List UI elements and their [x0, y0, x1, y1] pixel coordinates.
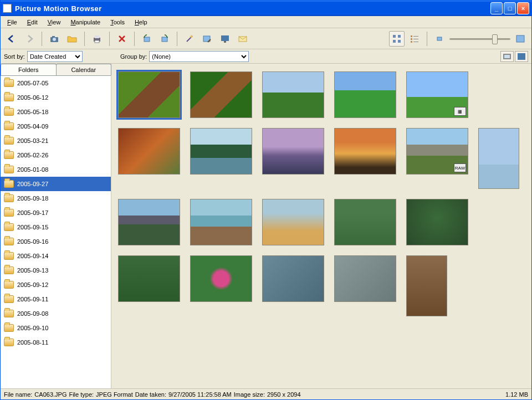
folder-row[interactable]: 2005-09-17	[1, 206, 111, 220]
thumbnail[interactable]	[118, 255, 180, 302]
folder-icon	[4, 166, 14, 173]
status-datetaken-label: Date taken:	[135, 391, 166, 398]
folder-row[interactable]: 2005-07-05	[1, 76, 111, 90]
thumbnail[interactable]	[478, 128, 519, 189]
thumbnail[interactable]	[190, 71, 252, 118]
folder-row[interactable]: 2005-05-18	[1, 105, 111, 119]
folder-label: 2005-01-08	[17, 166, 48, 173]
thumbnail[interactable]	[406, 255, 447, 316]
menu-view[interactable]: View	[43, 18, 65, 27]
slideshow-button[interactable]	[217, 31, 233, 47]
back-button[interactable]	[4, 31, 19, 47]
folder-row[interactable]: 2005-09-13	[1, 263, 111, 278]
folder-icon	[4, 238, 14, 245]
svg-rect-9	[221, 35, 229, 41]
statusbar: File name: CA063.JPG File type: JPEG For…	[1, 388, 531, 399]
thumbnails-scroll[interactable]: ▦RAW	[111, 64, 531, 388]
thumbnail[interactable]	[118, 128, 180, 175]
folder-row[interactable]: 2005-09-18	[1, 191, 111, 206]
camera-icon	[49, 33, 60, 44]
menu-file[interactable]: File	[3, 18, 22, 27]
thumbnail[interactable]	[334, 128, 396, 175]
folder-row[interactable]: 2005-01-08	[1, 162, 111, 177]
thumbnail[interactable]	[406, 199, 468, 245]
list-icon	[409, 33, 420, 44]
folder-row[interactable]: 2005-09-14	[1, 249, 111, 263]
tab-calendar[interactable]: Calendar	[56, 64, 112, 75]
thumbnail[interactable]	[118, 199, 180, 245]
folder-row[interactable]: 2005-03-21	[1, 134, 111, 148]
filmstrip-view-button[interactable]	[500, 51, 514, 62]
zoom-large-button[interactable]	[513, 31, 528, 47]
folder-row[interactable]: 2005-09-27	[1, 177, 111, 191]
folder-label: 2005-09-08	[17, 310, 48, 317]
rotate-right-button[interactable]	[157, 31, 172, 47]
tab-folders[interactable]: Folders	[1, 64, 57, 75]
folder-row[interactable]: 2005-09-10	[1, 321, 111, 335]
thumbnail[interactable]	[118, 71, 180, 118]
details-view-button[interactable]	[407, 31, 422, 47]
folder-icon	[4, 295, 14, 303]
folder-list[interactable]: 2005-07-052005-06-122005-05-182005-04-09…	[1, 76, 111, 388]
folder-row[interactable]: 2005-09-12	[1, 278, 111, 292]
menu-help[interactable]: Help	[130, 18, 152, 27]
thumbnail[interactable]	[190, 199, 252, 245]
open-folder-button[interactable]	[64, 31, 80, 47]
thumbnail[interactable]: ▦	[406, 71, 468, 118]
minimize-button[interactable]: _	[490, 2, 503, 14]
import-camera-button[interactable]	[47, 31, 62, 47]
body: Folders Calendar 2005-07-052005-06-12200…	[1, 64, 531, 388]
zoom-small-button[interactable]	[432, 31, 447, 47]
email-button[interactable]	[235, 31, 250, 47]
thumbnail[interactable]	[262, 128, 324, 175]
edit-button[interactable]	[200, 31, 215, 47]
rotate-left-button[interactable]	[139, 31, 155, 47]
sort-select[interactable]: Date Created	[27, 51, 83, 62]
folder-row[interactable]: 2005-08-11	[1, 335, 111, 350]
folder-row[interactable]: 2005-09-11	[1, 292, 111, 306]
menu-edit[interactable]: Edit	[23, 18, 42, 27]
auto-correct-button[interactable]	[182, 31, 197, 47]
slider-thumb[interactable]	[492, 34, 498, 44]
menu-tools[interactable]: Tools	[106, 18, 129, 27]
sort-label: Sort by:	[4, 53, 25, 60]
folder-icon	[4, 339, 14, 346]
forward-button[interactable]	[22, 31, 37, 47]
folder-row[interactable]: 2005-02-26	[1, 148, 111, 162]
folder-row[interactable]: 2005-09-08	[1, 306, 111, 321]
folder-label: 2005-09-14	[17, 253, 48, 259]
printer-icon	[91, 33, 103, 44]
thumbnail[interactable]	[334, 71, 396, 118]
folder-label: 2005-03-21	[17, 137, 48, 144]
toolbar-separator	[177, 32, 177, 46]
group-select[interactable]: (None)	[149, 51, 249, 62]
thumbnail[interactable]	[190, 255, 252, 302]
thumbnail[interactable]	[190, 128, 252, 175]
thumbnail[interactable]	[334, 255, 396, 302]
picture-edit-icon	[202, 33, 213, 44]
filmstrip-icon	[503, 53, 511, 60]
maximize-button[interactable]: □	[504, 2, 516, 14]
window-title: Picture Motion Browser	[15, 4, 490, 13]
thumbnail[interactable]	[262, 71, 324, 118]
print-button[interactable]	[89, 31, 105, 47]
svg-rect-4	[95, 35, 99, 38]
folder-row[interactable]: 2005-09-16	[1, 234, 111, 249]
thumbnail[interactable]	[334, 199, 396, 245]
single-view-button[interactable]	[515, 51, 528, 62]
close-button[interactable]: ×	[517, 2, 529, 14]
folder-row[interactable]: 2005-06-12	[1, 90, 111, 105]
folder-row[interactable]: 2005-04-09	[1, 119, 111, 134]
folder-label: 2005-09-10	[17, 325, 48, 331]
thumbnails-view-button[interactable]	[389, 31, 405, 47]
folder-label: 2005-07-05	[17, 80, 48, 86]
thumbnail[interactable]: RAW	[406, 128, 468, 175]
arrow-right-icon	[24, 33, 35, 44]
thumbnail[interactable]	[262, 255, 324, 302]
delete-button[interactable]	[114, 31, 130, 47]
menu-manipulate[interactable]: Manipulate	[66, 18, 105, 27]
folder-row[interactable]: 2005-09-15	[1, 220, 111, 234]
zoom-slider[interactable]	[449, 33, 510, 44]
toolbar-separator	[42, 32, 42, 46]
thumbnail[interactable]	[262, 199, 324, 245]
